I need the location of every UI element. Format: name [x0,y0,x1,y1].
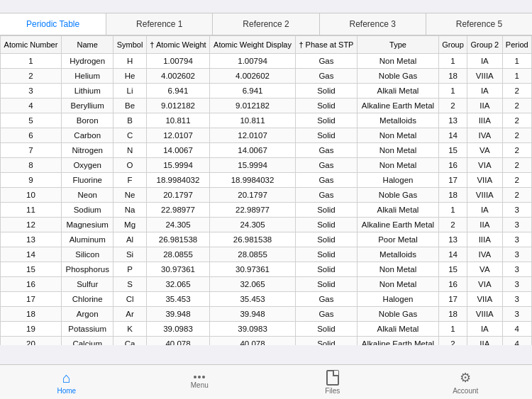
cell-group: 1 [438,84,467,99]
cell-symbol: B [113,113,146,128]
cell-group2: VIIIA [467,307,502,322]
table-row[interactable]: 16SulfurS32.06532.065SolidNon Metal16VIA… [1,277,532,292]
table-container[interactable]: Atomic NumberNameSymbol† Atomic WeightAt… [0,35,532,345]
cell-group2: IIIA [467,113,502,128]
cell-period: 3 [502,307,531,322]
cell-phase_stp: Solid [295,218,357,232]
table-row[interactable]: 20CalciumCa40.07840.078SolidAlkaline Ear… [1,337,532,345]
cell-symbol: Ar [113,307,146,322]
table-row[interactable]: 2HeliumHe4.0026024.002602GasNoble Gas18V… [1,69,532,84]
table-row[interactable]: 1HydrogenH1.007941.00794GasNon Metal1IA1 [1,54,532,69]
cell-atomic_weight: 28.0855 [146,247,210,262]
table-row[interactable]: 5BoronB10.81110.811SolidMetalloids13IIIA… [1,113,532,128]
table-row[interactable]: 17ChlorineCl35.45335.453GasHalogen17VIIA… [1,292,532,307]
cell-group2: VA [467,262,502,277]
cell-atomic_weight: 32.065 [146,277,210,292]
cell-name: Helium [62,69,113,84]
cell-group: 16 [438,158,467,173]
cell-atomic_weight_display: 30.97361 [210,262,296,277]
cell-name: Silicon [62,247,113,262]
gear-icon: ⚙ [460,370,471,386]
cell-atomic_number: 10 [1,188,62,203]
table-row[interactable]: 19PotassiumK39.098339.0983SolidAlkali Me… [1,322,532,337]
cell-group: 18 [438,69,467,84]
cell-atomic_weight: 9.012182 [146,99,210,113]
cell-atomic_weight_display: 35.453 [210,292,296,307]
cell-atomic_number: 3 [1,84,62,99]
table-row[interactable]: 4BerylliumBe9.0121829.012182SolidAlkalin… [1,99,532,113]
cell-period: 3 [502,277,531,292]
cell-atomic_number: 6 [1,128,62,143]
cell-group2: IVA [467,128,502,143]
cell-symbol: C [113,128,146,143]
cell-group: 2 [438,337,467,345]
cell-atomic_weight_display: 1.00794 [210,54,296,69]
table-row[interactable]: 13AluminumAl26.98153826.981538SolidPoor … [1,232,532,247]
periodic-table: Atomic NumberNameSymbol† Atomic WeightAt… [0,35,532,345]
cell-atomic_weight: 14.0067 [146,143,210,158]
cell-name: Sulfur [62,277,113,292]
cell-symbol: K [113,322,146,337]
table-row[interactable]: 7NitrogenN14.006714.0067GasNon Metal15VA… [1,143,532,158]
table-row[interactable]: 12MagnesiumMg24.30524.305SolidAlkaline E… [1,218,532,232]
cell-group: 13 [438,232,467,247]
table-row[interactable]: 18ArgonAr39.94839.948GasNoble Gas18VIIIA… [1,307,532,322]
table-row[interactable]: 14SiliconSi28.085528.0855SolidMetalloids… [1,247,532,262]
table-row[interactable]: 3LithiumLi6.9416.941SolidAlkali Metal1IA… [1,84,532,99]
cell-atomic_weight: 24.305 [146,218,210,232]
cell-type: Non Metal [358,277,439,292]
cell-atomic_number: 19 [1,322,62,337]
nav-item-files[interactable]: Files [266,367,399,398]
cell-symbol: N [113,143,146,158]
cell-period: 3 [502,218,531,232]
cell-symbol: He [113,69,146,84]
cell-group: 15 [438,262,467,277]
nav-item-home[interactable]: ⌂ Home [0,367,133,398]
tab-periodic-table[interactable]: Periodic Table [0,13,106,35]
table-row[interactable]: 6CarbonC12.010712.0107SolidNon Metal14IV… [1,128,532,143]
nav-item-account[interactable]: ⚙ Account [399,367,533,398]
cell-phase_stp: Gas [295,292,357,307]
cell-atomic_number: 13 [1,232,62,247]
cell-atomic_weight_display: 28.0855 [210,247,296,262]
cell-phase_stp: Solid [295,277,357,292]
cell-symbol: Si [113,247,146,262]
home-icon: ⌂ [62,370,71,386]
table-row[interactable]: 10NeonNe20.179720.1797GasNoble Gas18VIII… [1,188,532,203]
cell-group2: VIIA [467,292,502,307]
cell-period: 2 [502,143,531,158]
cell-symbol: Cl [113,292,146,307]
cell-group2: IIA [467,218,502,232]
cell-type: Alkali Metal [358,322,439,337]
tab-reference-1[interactable]: Reference 1 [106,13,213,35]
tab-reference-3[interactable]: Reference 3 [320,13,426,35]
cell-symbol: Ne [113,188,146,203]
tab-reference-5[interactable]: Reference 5 [426,13,532,35]
cell-phase_stp: Gas [295,307,357,322]
table-row[interactable]: 11SodiumNa22.9897722.98977SolidAlkali Me… [1,203,532,218]
cell-atomic_weight: 18.9984032 [146,173,210,188]
cell-period: 2 [502,84,531,99]
cell-atomic_number: 7 [1,143,62,158]
cell-atomic_weight: 10.811 [146,113,210,128]
cell-atomic_number: 14 [1,247,62,262]
cell-group: 1 [438,322,467,337]
cell-name: Neon [62,188,113,203]
cell-atomic_weight: 39.948 [146,307,210,322]
cell-symbol: Li [113,84,146,99]
nav-label-files: Files [325,387,340,395]
top-bar [0,0,532,13]
table-row[interactable]: 9FluorineF18.998403218.9984032GasHalogen… [1,173,532,188]
col-header-phase_stp: † Phase at STP [295,36,357,54]
table-row[interactable]: 15PhosphorusP30.9736130.97361SolidNon Me… [1,262,532,277]
tab-reference-2[interactable]: Reference 2 [213,13,319,35]
cell-type: Noble Gas [358,188,439,203]
nav-item-menu[interactable]: Menu [133,373,267,392]
cell-phase_stp: Solid [295,247,357,262]
cell-period: 2 [502,99,531,113]
cell-type: Alkaline Earth Metal [358,337,439,345]
table-row[interactable]: 8OxygenO15.999415.9994GasNon Metal16VIA2 [1,158,532,173]
cell-name: Boron [62,113,113,128]
cell-atomic_weight_display: 10.811 [210,113,296,128]
cell-phase_stp: Gas [295,158,357,173]
